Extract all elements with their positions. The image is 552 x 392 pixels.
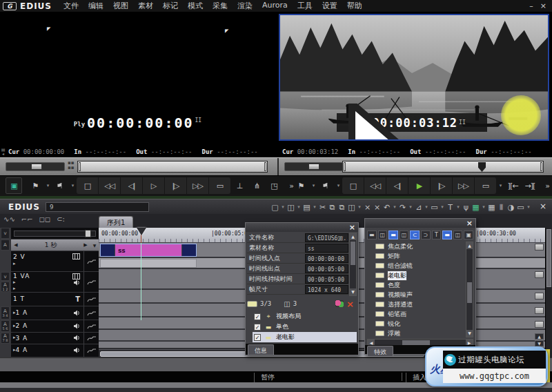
title-track-icon[interactable]: T [75,295,80,303]
recorder-shuttle-slider[interactable] [284,162,344,171]
scroll-down-icon[interactable]: ▼ [466,330,473,337]
loop-button[interactable]: ▭ [209,177,230,194]
prev-frame-button[interactable]: ◁| [121,177,142,194]
scrollbar-handle[interactable] [402,340,430,345]
a2-pad[interactable]: A5 6 [1,320,10,332]
effect-checkbox[interactable]: ✓ [254,334,261,341]
menu-item[interactable]: 模式 [183,1,208,11]
track-header-1a[interactable]: ▸1 A [11,306,99,320]
track-height-button[interactable] [535,307,544,314]
multicam-button[interactable]: ◳ [266,177,282,194]
replace-button[interactable]: ◫ [347,201,356,213]
clip-in-handle[interactable] [101,244,115,256]
menu-item[interactable]: 帮助 [342,1,367,11]
effect-checkbox[interactable]: ✓ [254,324,261,331]
view-mode-button[interactable]: ◫ [453,231,463,239]
effect-item[interactable]: 铅笔画 [367,309,459,319]
speaker-icon[interactable] [73,323,80,329]
rubber-band-icon[interactable] [84,272,99,292]
paste-button[interactable]: ⧉ [337,201,346,213]
tab-information[interactable]: 信息 [248,344,274,355]
mark-out-button[interactable]: ⚑ [317,177,334,194]
mark-in-caret[interactable]: ▾ [310,177,317,194]
layout-caret[interactable]: ▾ [526,201,531,213]
loop-button[interactable]: ▭ [475,177,496,194]
speaker-icon[interactable] [73,335,80,341]
effect-item[interactable]: 焦点柔化 [367,242,459,251]
film-icon[interactable] [72,273,80,280]
voiceover-button[interactable]: ψ [462,201,471,213]
ripple-delete-button[interactable]: × [373,201,382,213]
range-caret[interactable]: ▾ [440,201,445,213]
menu-item[interactable]: 采集 [208,1,233,11]
position-playhead-marker[interactable] [478,162,486,172]
menu-item[interactable]: 渲染 [233,1,257,11]
add-cut-point-button[interactable]: ⊿ [414,201,423,213]
mark-in-button[interactable]: ⚑ [27,177,43,194]
slider-handle[interactable] [85,230,91,237]
rubber-band-icon[interactable] [84,320,99,332]
project-field[interactable]: 9 [46,202,149,212]
playhead-marker[interactable] [137,228,146,235]
new-caret[interactable]: ▾ [280,201,286,213]
track-height-button[interactable] [535,271,544,278]
fast-forward-button[interactable]: ▷▷ [187,177,208,194]
scale-dropdown-icon[interactable]: ▼ [90,243,99,248]
layouter-button[interactable]: ▬ [442,231,452,239]
effect-vertical-scrollbar[interactable]: ▲ ▼ [466,242,473,337]
cut-button[interactable]: ✂ [318,201,327,213]
open-project-button[interactable]: ◫ [286,201,295,213]
player-shuttle-slider[interactable] [6,162,65,171]
minimize-button[interactable]: – [529,1,533,10]
rewind-button[interactable]: ◁◁ [99,177,120,194]
delete-button[interactable]: × [363,201,372,213]
track-height-button[interactable] [535,293,544,300]
keyers-button[interactable]: T [432,231,442,239]
undo-caret[interactable]: ▾ [392,201,397,213]
track-header-2a[interactable]: ▸2 A [11,320,99,332]
applied-effect-row[interactable]: ✓ ▬ 单色 [253,322,357,332]
expand-icon[interactable]: ▸ [13,280,16,286]
track-zoom-slider[interactable] [14,231,96,237]
applied-effect-row[interactable]: ✓ ▬ 老电影 [253,332,357,342]
overflow-button[interactable]: » [539,177,552,194]
clip-mixer-extent[interactable] [100,259,197,268]
tab-effects[interactable]: 特效 [367,346,393,356]
track-header-3a[interactable]: ▸3 A [11,333,99,344]
effect-item[interactable]: 矩阵 [367,251,459,261]
sequence-tab[interactable]: 序列1 [99,216,133,228]
applied-effect-row[interactable]: ✓ ⌖ 视频布局 [253,311,357,322]
color-correction-button[interactable]: ◑ [506,201,515,213]
palette-titlebar[interactable]: × [365,219,475,228]
clip-out-handle[interactable] [181,244,196,256]
scroll-down-icon[interactable]: ▼ [350,288,356,295]
menu-item[interactable]: 文件 [59,1,83,11]
audio-filters-button[interactable]: ▬ [388,231,398,239]
effect-item[interactable]: 老电影 [367,271,459,280]
add-edit-point-button[interactable]: ⊥ [231,177,248,194]
track-height-button[interactable] [535,244,544,251]
audio-mute-pad[interactable]: A [1,239,10,251]
video-mute-pad[interactable]: v [1,228,10,239]
effect-item[interactable]: 锐化 [367,319,459,329]
title-caret[interactable]: ▾ [455,201,461,213]
track-header-2v[interactable]: 2 V ▸ [11,251,99,271]
addcut-caret[interactable]: ▾ [424,201,429,213]
timeline-close-button[interactable]: × [540,202,546,211]
layout-button[interactable]: ▭ [516,201,525,213]
loop-caret[interactable]: ▾ [497,177,504,194]
mark-out-button[interactable]: ⚑ [52,177,68,194]
save-project-button[interactable]: ▤ [302,201,311,213]
prev-frame-button[interactable]: ◁| [386,177,408,194]
rewind-button[interactable]: ◁◁ [364,177,386,194]
track-header-1t[interactable]: 1 T T [11,293,99,306]
render-button[interactable]: ▦ [471,201,480,213]
play-button[interactable]: ▶ [408,177,430,194]
menu-item[interactable]: 编辑 [83,1,108,11]
goto-in-button[interactable]: ][← [504,177,521,194]
capture-button[interactable]: ▣ [6,177,22,194]
undo-button[interactable]: ↶ [382,201,391,213]
menu-item[interactable]: Aurora [257,1,293,11]
menu-item[interactable]: 设置 [317,1,342,11]
redo-caret[interactable]: ▾ [408,201,413,213]
